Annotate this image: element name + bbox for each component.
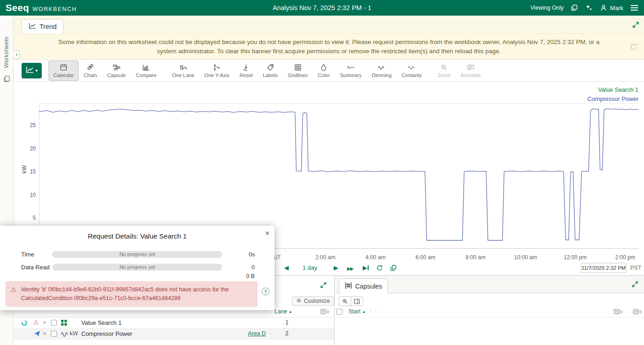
toolbar-labels-button[interactable]: Labels <box>258 61 282 81</box>
x-tick-2am: 2:00 am <box>315 254 335 261</box>
row-checkbox[interactable] <box>51 331 57 337</box>
capsule-count-grid[interactable]: 0 <box>614 309 622 314</box>
toolbar-dimming-button[interactable]: Dimming <box>367 61 396 81</box>
step-forward-icon[interactable]: ▶ <box>334 264 338 272</box>
x-tick-6am: 6:00 am <box>415 254 435 261</box>
toolbar-label: Gridlines <box>288 72 308 78</box>
data-read-bytes: 0 B <box>227 273 255 279</box>
warning-icon[interactable]: ⚠ <box>34 319 39 326</box>
toolbar-certainty-button[interactable]: Certainty <box>397 61 426 81</box>
send-icon[interactable] <box>34 330 40 338</box>
toolbar-label: Certainty <box>402 72 422 78</box>
toolbar-label: One Lane <box>172 72 194 78</box>
x-tick-10am: 10:00 am <box>514 254 537 261</box>
magnifier-icon <box>342 298 348 304</box>
toolbar-one-lane-button[interactable]: One Lane <box>168 61 199 81</box>
display-type-dropdown[interactable]: ▾ <box>22 63 42 78</box>
magnifier-button[interactable] <box>339 296 351 306</box>
panel-layout-button[interactable] <box>351 296 363 306</box>
hidden-items-count[interactable]: 0 <box>320 309 329 314</box>
step-back-icon[interactable]: ◀ <box>284 264 289 272</box>
worksheet-tabbar: Trend <box>14 16 644 33</box>
toolbar-label: Summary <box>340 72 362 78</box>
remove-item-icon[interactable]: × <box>43 330 46 337</box>
time-progress-bar: No progress yet <box>52 251 222 258</box>
expand-trend-view-icon[interactable] <box>632 21 639 30</box>
annotate-icon <box>467 63 475 71</box>
duration-label[interactable]: 1 day <box>296 264 324 272</box>
toolbar-calendar-button[interactable]: Calendar <box>49 61 78 81</box>
table-row-compressor-power[interactable]: ⋮ × kW Compressor Power Area D 2 <box>14 328 334 339</box>
permission-error-alert: ⚠ Ident­ity 'b' 0f0bc1d4-b9e6-62b0-911f-… <box>6 281 258 307</box>
help-icon[interactable]: ? <box>262 288 269 295</box>
item-name[interactable]: Value Search 1 <box>81 319 122 326</box>
toolbar-one-y-axis-button[interactable]: One Y-Axis <box>200 61 234 81</box>
capsules-tabrow: Capsules <box>335 276 644 293</box>
toolbar-label: Annotate <box>460 72 481 78</box>
expand-capsules-icon[interactable] <box>632 281 638 289</box>
expand-worksheets-button[interactable]: › <box>14 50 20 59</box>
toolbar-compare-button[interactable]: Compare <box>131 61 161 81</box>
fast-forward-icon[interactable]: ▶▶ <box>347 265 353 273</box>
request-details-dialog: × Request Details: Value Search 1 Time N… <box>0 226 274 310</box>
tab-trend[interactable]: Trend <box>22 19 63 33</box>
toolbar-capsule-button[interactable]: Capsule <box>102 61 130 81</box>
compare-icon <box>142 63 150 71</box>
item-name[interactable]: Compressor Power <box>81 330 132 337</box>
tab-capsules[interactable]: Capsules <box>339 278 388 294</box>
certainty-icon <box>408 63 416 71</box>
dimming-icon <box>377 63 386 71</box>
select-all-checkbox[interactable] <box>336 309 342 315</box>
worksheets-label: Worksheets <box>3 37 10 68</box>
step-to-end-icon[interactable]: ▶ <box>363 264 369 272</box>
duplicate-worksheet-icon[interactable] <box>571 4 578 11</box>
timezone-label[interactable]: PST <box>630 265 641 271</box>
gear-icon <box>296 298 302 305</box>
expand-details-icon[interactable] <box>320 282 327 290</box>
ai-sparkle-icon[interactable] <box>585 4 593 12</box>
capsule-count-grid-2[interactable]: 0 <box>633 309 642 314</box>
duplicate-range-icon[interactable] <box>390 265 397 273</box>
lane-header-label: Lane <box>274 308 287 315</box>
capsule-count-badge: 0 <box>639 310 642 314</box>
row-checkbox[interactable] <box>51 320 57 326</box>
toolbar-zoom-button[interactable]: Zoom <box>433 61 455 81</box>
display-range-end-input[interactable] <box>581 263 627 273</box>
toolbar-reset-button[interactable]: Reset <box>235 61 258 81</box>
labels-icon <box>267 63 274 71</box>
toolbar-gridlines-button[interactable]: Gridlines <box>283 61 312 81</box>
column-header-start[interactable]: Start ▲ <box>348 308 365 315</box>
warning-icon: ⚠ <box>11 285 17 294</box>
lane-number: 2 <box>280 330 294 337</box>
toolbar-label: Reset <box>240 72 253 78</box>
toolbar-label: Compare <box>136 72 157 78</box>
reload-banner-icon[interactable] <box>629 43 638 54</box>
signal-icon <box>61 330 68 338</box>
column-header-lane[interactable]: Lane ▲ <box>274 308 292 315</box>
toolbar-summary-button[interactable]: Summary <box>336 61 366 81</box>
data-read-count: 0 <box>227 264 255 271</box>
toolbar-annotate-button[interactable]: Annotate <box>456 61 485 81</box>
toolbar-label: Calendar <box>53 72 74 78</box>
trend-chart-icon <box>26 66 34 75</box>
toolbar-chain-button[interactable]: Chain <box>79 61 102 81</box>
x-tick-12pm: 12:00 pm <box>564 254 587 261</box>
column-grip-icon[interactable]: ⋮⋮ <box>369 308 378 314</box>
refresh-range-icon[interactable] <box>376 265 383 273</box>
toolbar-label: Chain <box>84 72 97 78</box>
chevron-right-icon: › <box>16 51 17 58</box>
customize-button[interactable]: Customize <box>292 296 334 306</box>
capsules-panel: Capsules Start ▲ ⋮⋮ 0 <box>334 275 644 345</box>
app-header: Seeq WORKBENCH Analysis Nov 7, 2025 2:32… <box>0 0 644 16</box>
user-menu[interactable]: Mark <box>600 4 623 11</box>
help-glyph: ? <box>264 289 267 295</box>
progress-text: No progress yet <box>119 251 155 257</box>
reset-icon <box>242 63 250 71</box>
worksheets-icon <box>3 75 10 84</box>
remove-item-icon[interactable]: × <box>43 319 46 326</box>
loading-spinner-icon <box>21 319 28 327</box>
toolbar-color-button[interactable]: Color <box>313 61 334 81</box>
hamburger-menu-icon[interactable] <box>630 5 638 11</box>
table-row-value-search[interactable]: ⚠ × Value Search 1 1 <box>14 317 334 328</box>
asset-link[interactable]: Area D <box>248 330 266 337</box>
